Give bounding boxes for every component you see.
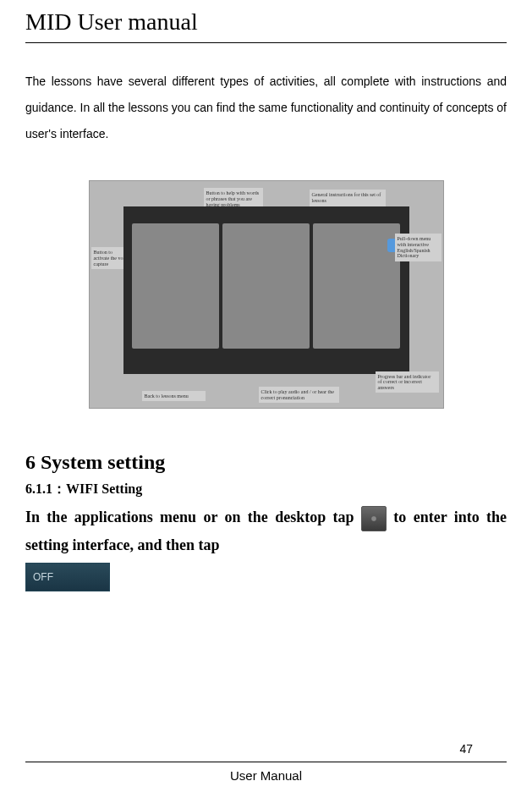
callout-dictionary: Pull-down menu with interactive English/… (395, 234, 442, 261)
lesson-panel (132, 223, 219, 349)
footer-text: User Manual (0, 768, 532, 783)
page-header: MID User manual (25, 8, 507, 43)
lesson-panels (123, 206, 409, 374)
screenshot-figure: Button to help with words or phrases tha… (25, 180, 507, 409)
lesson-screenshot: Button to help with words or phrases tha… (89, 180, 444, 409)
instruction-text: In the applications menu or on the deskt… (25, 503, 507, 558)
footer-rule (25, 762, 507, 762)
header-rule (25, 42, 507, 43)
header-title: MID User manual (25, 8, 507, 36)
lesson-panel (222, 223, 310, 349)
callout-progress-bar: Progress bar and indicator of correct or… (376, 371, 439, 393)
intro-paragraph: The lessons have several different types… (25, 69, 507, 146)
wifi-off-toggle: OFF (25, 563, 110, 591)
callout-play-audio: Click to play audio and / or hear the co… (259, 387, 339, 403)
callout-general-instructions: General instructions for this set of les… (310, 190, 386, 206)
settings-icon (361, 506, 387, 531)
instruction-part1: In the applications menu or on the deskt… (25, 509, 354, 525)
page-number: 47 (459, 742, 473, 756)
callout-back-menu: Back to lessons menu (142, 391, 206, 402)
subsection-heading: 6.1.1：WIFI Setting (25, 481, 507, 498)
section-heading: 6 System setting (25, 451, 507, 474)
